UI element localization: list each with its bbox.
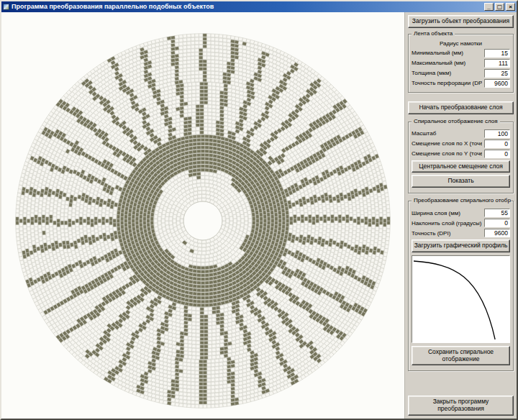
- start-transform-button[interactable]: Начать преобразование слоя: [408, 101, 514, 114]
- min-radius-label: Минимальный (мм): [412, 50, 482, 56]
- close-window-button[interactable]: ×: [506, 3, 515, 11]
- profile-curve: [414, 261, 495, 339]
- load-object-button[interactable]: Загрузить объект преобразования: [408, 15, 514, 28]
- offset-y-field[interactable]: 0: [484, 150, 510, 158]
- layer-width-field[interactable]: 55: [484, 209, 510, 217]
- max-radius-label: Максимальный (мм): [412, 60, 482, 66]
- spiral-render-area: [1, 12, 404, 419]
- titlebar[interactable]: Программа преобразования параллельно под…: [1, 1, 517, 12]
- window-content: Загрузить объект преобразования Лента об…: [1, 12, 517, 419]
- window-controls: _ ▢ ×: [484, 3, 515, 11]
- transform-spiral-group-title: Преобразование спирального отображ.: [412, 197, 511, 204]
- save-spiral-button[interactable]: Сохранить спиральное отображение: [412, 346, 510, 366]
- thickness-row: Толщина (мкм) 25: [412, 69, 510, 78]
- max-radius-field[interactable]: 111: [484, 59, 510, 68]
- offset-x-label: Смещение слоя по X (точек): [412, 140, 482, 147]
- layer-width-label: Ширина слоя (мм): [412, 210, 482, 216]
- spiral-disc-canvas: [1, 12, 404, 419]
- spiral-display-group-title: Спиральное отображение слоя: [412, 118, 500, 124]
- scale-label: Масштаб: [412, 130, 482, 137]
- app-window: Программа преобразования параллельно под…: [0, 0, 518, 420]
- transform-spiral-group: Преобразование спирального отображ. Шири…: [408, 201, 514, 371]
- tilt-row: Наклонить слой (градусы) 0: [412, 219, 510, 227]
- dpi-precision-field[interactable]: 9600: [484, 79, 510, 88]
- scale-field[interactable]: 100: [484, 129, 510, 138]
- offset-y-label: Смещение слоя по Y (точек): [412, 150, 482, 157]
- thickness-label: Толщина (мкм): [412, 70, 482, 76]
- dpi-precision-row: Точность перфорации (DPI) 9600: [412, 79, 510, 88]
- tape-object-group: Лента объекта Радиус намотки Минимальный…: [408, 34, 514, 93]
- profile-graph: [412, 255, 510, 343]
- window-title: Программа преобразования параллельно под…: [12, 1, 482, 12]
- close-program-button[interactable]: Закрыть программу преобразования: [408, 396, 514, 416]
- tilt-field[interactable]: 0: [484, 219, 510, 227]
- spiral-display-group: Спиральное отображение слоя Масштаб 100 …: [408, 122, 514, 194]
- tilt-label: Наклонить слой (градусы): [412, 220, 482, 227]
- min-radius-row: Минимальный (мм) 15: [412, 49, 510, 58]
- maximize-button[interactable]: ▢: [495, 3, 504, 11]
- precision-label: Точность (DPI): [412, 230, 482, 237]
- load-profile-button[interactable]: Загрузить графический профиль: [412, 239, 510, 252]
- offset-x-row: Смещение слоя по X (точек) 0: [412, 140, 510, 148]
- offset-y-row: Смещение слоя по Y (точек) 0: [412, 150, 510, 158]
- precision-field[interactable]: 9600: [484, 229, 510, 237]
- dpi-precision-label: Точность перфорации (DPI): [412, 80, 482, 86]
- profile-graph-svg: [412, 256, 509, 342]
- tape-object-group-title: Лента объекта: [412, 30, 455, 37]
- precision-row: Точность (DPI) 9600: [412, 229, 510, 237]
- thickness-field[interactable]: 25: [484, 69, 510, 78]
- minimize-button[interactable]: _: [484, 3, 494, 11]
- center-offset-button[interactable]: Центральное смещение слоя: [412, 160, 510, 173]
- control-panel: Загрузить объект преобразования Лента об…: [404, 12, 517, 419]
- offset-x-field[interactable]: 0: [484, 140, 510, 148]
- app-icon: [3, 4, 9, 10]
- layer-width-row: Ширина слоя (мм) 55: [412, 209, 510, 217]
- min-radius-field[interactable]: 15: [484, 49, 510, 58]
- scale-row: Масштаб 100: [412, 129, 510, 138]
- show-button[interactable]: Показать: [412, 175, 510, 188]
- winding-radius-label: Радиус намотки: [411, 40, 511, 47]
- max-radius-row: Максимальный (мм) 111: [412, 59, 510, 68]
